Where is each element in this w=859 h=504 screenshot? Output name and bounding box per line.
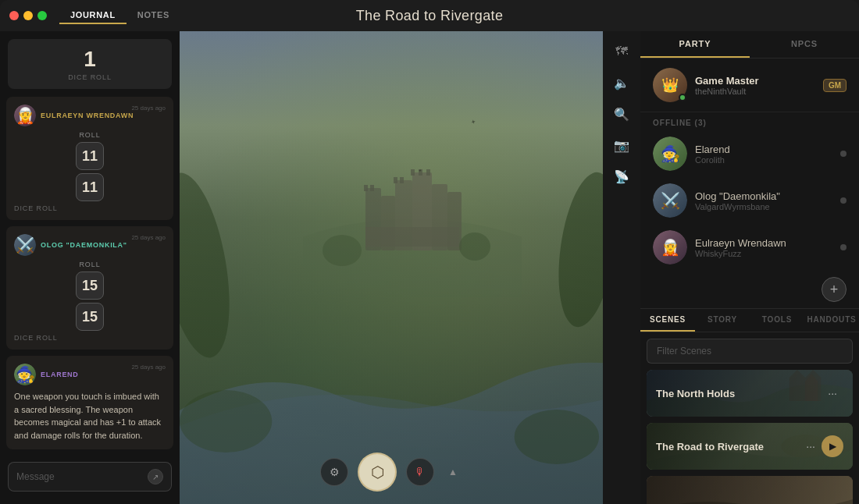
- entry-meta: Olog "Daemonkila": [41, 241, 166, 249]
- map-button[interactable]: 🗺: [608, 37, 636, 66]
- player-avatar-eulraeyn: 🧝: [653, 230, 687, 264]
- scene-options-icon[interactable]: ···: [806, 440, 815, 453]
- message-send-button[interactable]: ↗: [148, 469, 163, 484]
- svg-rect-11: [411, 169, 415, 176]
- scene-item-overlay: The Road to Rivergate ··· ▶: [647, 423, 853, 470]
- scene-tab-scenes[interactable]: Scenes: [640, 309, 695, 332]
- avatar-img: 🧝: [14, 105, 36, 126]
- mic-button[interactable]: 🎙: [406, 458, 434, 486]
- tab-party[interactable]: Party: [640, 31, 750, 58]
- traffic-lights: [0, 11, 47, 20]
- entry-meta: Eulraeyn Wrendawn: [41, 112, 166, 119]
- dice-button[interactable]: ⬡: [358, 453, 397, 492]
- chevron-up-button[interactable]: ▲: [444, 463, 462, 481]
- scene-tab-handouts[interactable]: Handouts: [804, 309, 859, 332]
- gm-card: 👑 Game Master theNinthVault GM: [640, 59, 859, 112]
- journal-entry-olog-roll: 25 days ago ⚔️ Olog "Daemonkila" ROLL 15…: [6, 226, 173, 350]
- volume-icon: 🔈: [614, 76, 629, 91]
- mic-icon: 🎙: [415, 466, 426, 478]
- player-card-eulraeyn[interactable]: 🧝 Eulraeyn Wrendawn WhiskyFuzz: [640, 224, 859, 271]
- journal-scroll[interactable]: 25 days ago 🧝 Eulraeyn Wrendawn ROLL 11 …: [0, 97, 180, 504]
- scene-item-third[interactable]: [647, 476, 853, 504]
- scene-tab-tools[interactable]: Tools: [750, 309, 804, 332]
- title-bar: Journal Notes The Road to Rivergate: [0, 0, 859, 31]
- scene-item-overlay: The North Holds ···: [647, 370, 853, 417]
- scene-filter-input[interactable]: [647, 339, 853, 364]
- gm-username: theNinthVault: [695, 87, 815, 96]
- settings-button[interactable]: ⚙: [320, 458, 348, 486]
- svg-rect-13: [426, 169, 430, 176]
- tab-notes[interactable]: Notes: [127, 7, 180, 24]
- close-button[interactable]: [9, 11, 19, 20]
- entry-timestamp: 25 days ago: [131, 234, 166, 241]
- dice-icon: ⬡: [371, 463, 384, 481]
- online-status-dot: [679, 94, 686, 101]
- settings-icon: ⚙: [330, 466, 340, 478]
- svg-rect-14: [365, 227, 459, 247]
- right-header: Party NPCs: [640, 31, 859, 59]
- player-card-elarend[interactable]: 🧙 Elarend Corolith: [640, 130, 859, 177]
- scenes-list: The North Holds ··· The Road to Rivergat…: [640, 370, 859, 504]
- gm-name: Game Master: [695, 75, 815, 87]
- maximize-button[interactable]: [37, 11, 47, 20]
- avatar-img: 🧙: [14, 364, 36, 385]
- scene-tab-story[interactable]: Story: [695, 309, 750, 332]
- play-icon: ▶: [829, 441, 836, 452]
- scene-item-road-rivergate[interactable]: The Road to Rivergate ··· ▶: [647, 423, 853, 470]
- player-char-eulraeyn: WhiskyFuzz: [695, 249, 832, 258]
- journal-entry-eulraeyn-roll: 25 days ago 🧝 Eulraeyn Wrendawn ROLL 11 …: [6, 97, 173, 220]
- player-name-olog: Olog "Daemonkila": [695, 190, 832, 202]
- roll-value-dice: 11: [76, 173, 104, 201]
- add-section: +: [640, 271, 859, 308]
- player-avatar-elarend: 🧙: [14, 364, 36, 385]
- entry-player-name: Eulraeyn Wrendawn: [41, 112, 166, 119]
- avatar-inner: ⚔️: [653, 183, 687, 218]
- scene-item-north-holds[interactable]: The North Holds ···: [647, 370, 853, 417]
- scene-item-overlay-third: [647, 476, 853, 504]
- gm-badge: GM: [823, 79, 847, 92]
- message-input[interactable]: [16, 471, 148, 482]
- scene-item-label: The North Holds: [656, 388, 828, 399]
- player-avatar-eulraeyn: 🧝: [14, 105, 36, 126]
- screenshot-button[interactable]: 📷: [608, 131, 636, 159]
- player-card-olog[interactable]: ⚔️ Olog "Daemonkila" ValgardWyrmsbane: [640, 177, 859, 224]
- cast-button[interactable]: 📡: [608, 162, 636, 190]
- volume-button[interactable]: 🔈: [608, 69, 636, 97]
- tab-journal[interactable]: Journal: [59, 7, 127, 24]
- scene-toolbar: ⚙ ⬡ 🎙 ▲: [320, 453, 462, 492]
- player-info-olog: Olog "Daemonkila" ValgardWyrmsbane: [695, 190, 832, 211]
- scene-play-button[interactable]: ▶: [822, 435, 843, 457]
- svg-point-16: [459, 232, 490, 261]
- roll-label: ROLL: [14, 131, 166, 139]
- roll-value-main: 11: [76, 142, 104, 170]
- player-name-eulraeyn: Eulraeyn Wrendawn: [695, 237, 832, 249]
- svg-rect-8: [370, 185, 374, 191]
- dice-roll-sub-label: Dice Roll: [14, 204, 166, 212]
- search-icon: 🔍: [614, 107, 629, 122]
- tab-npcs[interactable]: NPCs: [750, 31, 859, 58]
- offline-dot-eulraeyn: [840, 244, 847, 250]
- entry-timestamp: 25 days ago: [131, 105, 166, 112]
- scene-options-icon[interactable]: ···: [828, 387, 837, 399]
- icon-sidebar: 🗺 🔈 🔍 📷 📡: [603, 31, 640, 504]
- avatar-inner: 🧙: [653, 137, 687, 171]
- screenshot-icon: 📷: [614, 138, 629, 153]
- left-panel: 1 Dice Roll 25 days ago 🧝 Eulraeyn Wrend…: [0, 31, 180, 504]
- send-icon: ↗: [152, 473, 159, 481]
- offline-dot-elarend: [840, 151, 847, 157]
- add-player-button[interactable]: +: [822, 277, 847, 302]
- svg-rect-10: [400, 177, 404, 183]
- svg-point-15: [323, 235, 362, 266]
- gm-info: Game Master theNinthVault: [695, 75, 815, 96]
- message-input-wrap: ↗: [8, 462, 172, 492]
- svg-rect-7: [364, 185, 368, 191]
- player-char-olog: ValgardWyrmsbane: [695, 202, 832, 211]
- entry-timestamp: 25 days ago: [131, 364, 166, 371]
- player-name-elarend: Elarend: [695, 144, 832, 155]
- avatar-img: ⚔️: [14, 234, 36, 256]
- title-bar-tabs: Journal Notes: [59, 7, 180, 24]
- minimize-button[interactable]: [23, 11, 33, 20]
- dice-roll-box: 1 Dice Roll: [8, 39, 172, 89]
- search-button[interactable]: 🔍: [608, 100, 636, 128]
- dice-roll-value: 1: [16, 47, 164, 72]
